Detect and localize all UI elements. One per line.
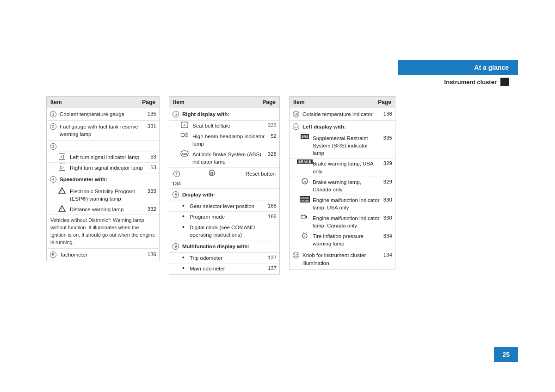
row-page: 333 (148, 187, 156, 194)
table-row: • Trip odometer 137 (169, 253, 279, 263)
left-table-page-header: Page (142, 99, 155, 105)
svg-text:R: R (210, 171, 214, 175)
row-content: Tachometer (59, 251, 146, 259)
row-page: 332 (148, 205, 156, 212)
table-row: 3 (47, 141, 159, 152)
instrument-cluster-label: Instrument cluster (444, 79, 497, 86)
right-signal-icon-cell: ▷ (57, 164, 67, 171)
row-page: 137 (268, 254, 277, 260)
right-table-header: Item Page (290, 97, 395, 108)
table-row: • Digital clock (see COMAND operating in… (169, 222, 279, 240)
row-content: Right turn signal indicator lamp (69, 164, 148, 172)
svg-point-6 (181, 133, 185, 137)
row-content: Engine malfunction indicator lamp, USA o… (312, 196, 382, 212)
left-signal-icon-cell: ◁ (57, 153, 67, 160)
bullet-icon: • (182, 264, 187, 271)
table-row: ABS Antilock Brake System (ABS) indicato… (169, 149, 279, 167)
svg-text:!: ! (304, 235, 305, 238)
row-content: Left turn signal indicator lamp (69, 153, 148, 161)
row-num: 3 (49, 142, 57, 150)
page-number: 25 (494, 347, 518, 362)
svg-rect-17 (306, 216, 307, 218)
svg-text:ABS: ABS (182, 153, 188, 155)
table-row: 1 Coolant temperature gauge 135 (47, 108, 159, 121)
table-row: SRS Supplemental Restraint System (SRS) … (290, 133, 395, 159)
row-page: 331 (148, 122, 156, 129)
row-num: 8 (172, 190, 179, 198)
row-page: 135 (148, 110, 156, 116)
instrument-cluster-bar: Instrument cluster (398, 75, 518, 89)
note-row: Vehicles without Distronic*: Warning lam… (47, 215, 159, 249)
check-engine-icon: CHECKENGINE (300, 196, 309, 202)
table-row: 8 Display with: (169, 189, 279, 201)
right-table: Item Page 10 Outside temperature indicat… (289, 96, 395, 270)
table-row: ! Distance warning lamp 332 (47, 204, 159, 215)
row-content: Distance warning lamp (69, 205, 146, 214)
row-page: 134 (383, 251, 392, 257)
at-a-glance-label: At a glance (474, 64, 509, 71)
table-row: 5 Tachometer 136 (47, 249, 159, 261)
row-page: 136 (383, 110, 392, 116)
table-row: • Gear selector lever position 166 (169, 201, 279, 212)
at-a-glance-bar: At a glance (398, 60, 518, 75)
table-row: 2 Fuel gauge with fuel tank reserve warn… (47, 121, 159, 141)
row-num: 2 (49, 122, 57, 130)
left-table-header: Item Page (47, 97, 159, 108)
row-num: 12 (292, 251, 300, 258)
table-row: • Main odometer 137 (169, 263, 279, 274)
row-content: Program mode (189, 213, 266, 221)
row-content: Gear selector lever position (189, 202, 266, 210)
row-page: 166 (268, 202, 277, 208)
row-page: 52 (271, 132, 277, 139)
left-table-item-header: Item (50, 99, 142, 105)
highbeam-icon (180, 132, 189, 138)
seatbelt-icon-cell: ✓ (179, 122, 190, 128)
page-number-label: 25 (502, 351, 510, 358)
tables-area: Item Page 1 Coolant temperature gauge 13… (46, 96, 395, 275)
row-content: Engine malfunction indicator lamp, Canad… (312, 214, 382, 230)
table-row: ! Tire inflation pressure warning lamp 3… (290, 231, 395, 249)
header-area: At a glance Instrument cluster (398, 60, 518, 89)
highbeam-icon-cell (179, 132, 190, 138)
black-square-icon (500, 78, 509, 86)
row-page: 134 (172, 180, 181, 186)
brake-canada-icon-cell: !) (300, 178, 310, 184)
page-container: At a glance Instrument cluster Item Page… (0, 0, 555, 392)
brake-usa-icon-cell: BRAKE (300, 159, 310, 164)
row-page: 329 (383, 159, 392, 166)
row-content: Tire inflation pressure warning lamp (312, 232, 382, 248)
table-row: 4 Speedometer with: (47, 173, 159, 186)
row-num: 6 (172, 110, 179, 117)
row-content: Brake warning lamp, USA only (312, 159, 382, 175)
middle-table: Item Page 6 Right display with: ✓ Seat b… (169, 96, 280, 275)
abs-icon-cell: ABS (179, 150, 190, 157)
row-content: Knob for instrument cluster illumination (302, 251, 382, 267)
table-row: 11 Left display with: (290, 121, 395, 133)
left-signal-icon: ◁ (59, 153, 65, 160)
row-num: 1 (49, 110, 57, 117)
srs-icon-cell: SRS (300, 134, 310, 139)
svg-text:!: ! (61, 190, 62, 193)
row-num: 5 (49, 251, 57, 258)
row-num: 11 (292, 122, 300, 130)
row-content: Brake warning lamp, Canada only (312, 178, 382, 194)
row-content: Right display with: (181, 110, 275, 118)
check-engine-usa-icon-cell: CHECKENGINE (300, 196, 310, 202)
row-content: Digital clock (see COMAND operating inst… (189, 223, 275, 239)
row-content: Coolant temperature gauge (59, 110, 146, 118)
row-content: Left display with: (302, 122, 390, 131)
row-page: 136 (148, 251, 156, 257)
seatbelt-icon: ✓ (181, 122, 188, 128)
middle-table-header: Item Page (169, 97, 279, 108)
table-row: 6 Right display with: (169, 108, 279, 121)
row-num: 9 (172, 242, 179, 250)
distance-warning-icon: ! (58, 205, 66, 212)
svg-text:✓: ✓ (183, 123, 186, 127)
row-page: 335 (383, 134, 392, 141)
esp-icon-cell: ! (57, 187, 67, 194)
row-page: 166 (268, 213, 277, 219)
row-page: 328 (268, 150, 277, 157)
distance-icon-cell: ! (57, 205, 67, 212)
svg-text:!: ! (61, 208, 62, 211)
engine-canada-icon-cell (300, 214, 310, 220)
